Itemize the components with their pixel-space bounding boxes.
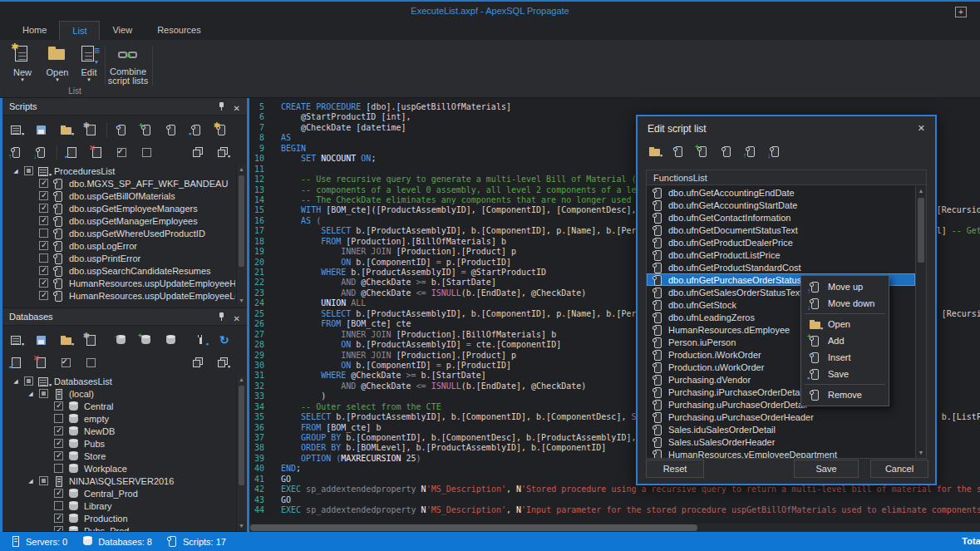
checkbox-unchecked-icon[interactable] [140, 145, 154, 160]
checkbox[interactable] [54, 401, 63, 411]
tree-row[interactable]: dbo.uspGetBillOfMaterials [2, 189, 235, 202]
move-down-script-icon[interactable]: ↓ [768, 145, 782, 159]
menu-item-save[interactable]: ▪Save [801, 366, 889, 382]
refresh-icon[interactable]: ↻ [219, 333, 233, 347]
scroll-up-icon[interactable]: ▲ [237, 375, 246, 385]
code-line[interactable]: 43GO [249, 495, 980, 505]
open-list-icon[interactable]: ▪ [59, 333, 73, 347]
cancel-button[interactable]: Cancel [870, 460, 928, 478]
copy-all-icon[interactable]: ▪ [215, 145, 229, 160]
tree-row[interactable]: HumanResources.uspUpdateEmployeeLogin [2, 289, 235, 302]
title-bar[interactable]: ExecuteList.axpf - ApexSQL Propagate + [0, 0, 980, 20]
process-list-icon[interactable]: ✱ [84, 333, 98, 347]
open-list-icon[interactable]: ▪ [59, 123, 73, 137]
script-list-options-icon[interactable]: ▪ [9, 123, 23, 137]
new-button[interactable]: ✱ New ▾ [7, 44, 38, 82]
insert-script-icon[interactable]: → [115, 123, 129, 137]
expand-arrow-icon[interactable]: ◢ [26, 478, 36, 485]
remove-database-icon[interactable] [164, 333, 178, 347]
combine-script-lists-button[interactable]: + Combine script lists [106, 44, 150, 86]
tree-row[interactable]: dbo.uspGetWhereUsedProductID [2, 227, 235, 239]
menu-item-remove[interactable]: Remove [801, 386, 889, 403]
tree-row[interactable]: ◢(local) [2, 387, 235, 400]
tree-row[interactable]: dbo.uspLogError [2, 239, 235, 252]
menu-item-insert[interactable]: →Insert [801, 349, 889, 366]
checkbox[interactable] [54, 426, 63, 435]
list-item[interactable]: dbo.ufnGetAccountingStartDate [647, 199, 915, 211]
open-list-icon[interactable]: ▪ [648, 145, 662, 159]
tab-resources[interactable]: Resources [145, 21, 214, 40]
add-script-icon[interactable]: + [140, 123, 154, 137]
tree-row[interactable]: ◢▪DatabasesList [2, 375, 235, 387]
tree-row[interactable]: Workplace [2, 462, 235, 475]
list-item[interactable]: dbo.ufnGetAccountingEndDate [647, 186, 915, 199]
list-item[interactable]: Purchasing.uPurchaseOrderHeader [647, 411, 915, 423]
checkbox[interactable] [39, 191, 48, 200]
remove-script-icon[interactable] [165, 123, 179, 137]
database-list-options-icon[interactable]: ▪ [9, 333, 23, 347]
checkbox[interactable] [54, 414, 63, 423]
reset-button[interactable]: Reset [646, 460, 704, 478]
expand-arrow-icon[interactable]: ◢ [11, 378, 21, 385]
scroll-down-icon[interactable]: ▼ [237, 521, 246, 531]
new-script-icon[interactable]: ✱ [214, 123, 229, 137]
scroll-down-icon[interactable]: ▼ [916, 448, 926, 458]
databases-scrollbar[interactable]: ▲ ▼ [236, 375, 246, 531]
remove-script-icon[interactable] [720, 145, 734, 159]
list-item[interactable]: dbo.ufnGetDocumentStatusText [647, 224, 915, 236]
tree-row[interactable]: dbo.MGXS_SP_AFF_WKF_BANDEAU [2, 177, 235, 189]
move-up-script-icon[interactable]: ↑ [9, 145, 23, 160]
tree-row[interactable]: Pubs_Prod [2, 524, 235, 531]
checkbox[interactable] [54, 439, 63, 448]
copy-icon[interactable] [190, 356, 204, 370]
copy-icon[interactable] [190, 145, 204, 160]
checkbox[interactable] [54, 464, 63, 473]
menu-item-add[interactable]: +Add [801, 332, 889, 349]
tree-row[interactable]: Pubs [2, 437, 235, 450]
checkbox[interactable] [54, 514, 63, 523]
checkbox[interactable] [54, 501, 63, 510]
tree-row[interactable]: Production [2, 512, 235, 524]
tree-row[interactable]: Central_Prod [2, 487, 235, 499]
edit-button[interactable]: ≡▾ Edit ▾ [73, 44, 105, 82]
tree-row[interactable]: ◢NINJA\SQLSERVER2016 [2, 475, 235, 487]
menu-item-open[interactable]: ▪Open [801, 316, 889, 332]
editor-horizontal-scrollbar[interactable] [249, 524, 980, 532]
list-item[interactable]: dbo.ufnGetContactInformation [647, 211, 915, 224]
uncheck-all-icon[interactable]: ✕ [90, 145, 104, 160]
add-script-icon[interactable]: + [696, 145, 710, 159]
connect-icon[interactable]: ▪ [194, 333, 208, 347]
checkbox[interactable] [39, 278, 48, 288]
expand-arrow-icon[interactable]: ◢ [26, 391, 36, 397]
tab-home[interactable]: Home [10, 21, 59, 40]
move-up-script-icon[interactable]: ↑ [744, 145, 758, 159]
scroll-down-icon[interactable]: ▼ [237, 296, 246, 306]
save-button[interactable]: Save [794, 460, 859, 478]
menu-item-move-down[interactable]: ↓Move down [801, 295, 889, 312]
tree-row[interactable]: Store [2, 450, 235, 462]
checkbox[interactable] [24, 376, 33, 386]
close-icon[interactable]: ✕ [234, 101, 240, 117]
scripts-scrollbar[interactable]: ▲ ▼ [236, 165, 246, 306]
open-button[interactable]: Open ▾ [42, 44, 73, 82]
move-down-script-icon[interactable]: ↓ [34, 145, 48, 160]
list-item[interactable]: Sales.iduSalesOrderDetail [647, 423, 915, 435]
code-line[interactable]: 42EXEC sp_addextendedproperty N'MS_Descr… [249, 485, 980, 494]
uncheck-all-icon[interactable]: ✕ [34, 356, 48, 370]
tab-list[interactable]: List [59, 21, 100, 40]
checkbox[interactable] [39, 291, 48, 300]
tree-row[interactable]: empty [2, 412, 235, 425]
add-connection-icon[interactable]: → [114, 333, 128, 347]
checkbox[interactable] [39, 476, 48, 485]
scroll-up-icon[interactable]: ▲ [916, 186, 926, 196]
pin-icon[interactable] [218, 102, 225, 111]
checkbox[interactable] [39, 266, 48, 275]
close-icon[interactable]: ✕ [234, 311, 240, 327]
checkbox[interactable] [39, 229, 48, 238]
close-icon[interactable]: ✕ [918, 123, 925, 134]
checkbox-checked-icon[interactable]: ✓ [115, 145, 129, 160]
save-list-icon[interactable] [34, 333, 48, 347]
tree-row[interactable]: HumanResources.uspUpdateEmployeeHireInfo [2, 277, 235, 289]
list-item[interactable]: dbo.ufnGetProductDealerPrice [647, 236, 915, 248]
tree-row[interactable]: dbo.uspGetManagerEmployees [2, 214, 235, 227]
